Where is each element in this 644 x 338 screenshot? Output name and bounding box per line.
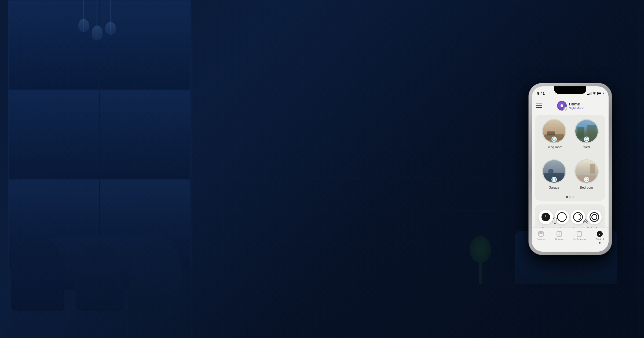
wifi-icon	[592, 92, 596, 95]
svg-rect-0	[539, 232, 543, 236]
room-circle-living	[542, 119, 566, 143]
header-titles: Home Night Mode	[569, 102, 584, 110]
devices-tab-icon	[538, 231, 544, 237]
window-bg	[8, 0, 191, 268]
tab-notifications[interactable]: Notifications	[573, 231, 586, 241]
chair-1	[11, 236, 64, 311]
mode-label: Night Mode	[569, 106, 584, 110]
tab-bar: Devices Rooms	[532, 227, 609, 252]
chair-2	[75, 241, 123, 311]
chair-3	[129, 236, 182, 317]
room-item-yard[interactable]: Yard	[572, 119, 601, 149]
tab-devices[interactable]: Devices	[537, 231, 545, 241]
phone-notch	[554, 86, 586, 94]
active-dot	[599, 242, 601, 244]
avatar	[557, 101, 567, 111]
tab-rooms-label: Rooms	[555, 238, 563, 241]
ceiling-light-2	[97, 0, 97, 40]
menu-button[interactable]	[536, 104, 542, 108]
living-room-status	[551, 137, 557, 142]
app-header: Home Night Mode	[532, 98, 609, 113]
yard-status	[584, 137, 589, 142]
room-item-living-room[interactable]: Living room	[539, 119, 569, 149]
ceiling-light-1	[83, 0, 84, 32]
tab-notifications-label: Notifications	[573, 238, 586, 241]
tab-control-label: Control	[596, 238, 604, 241]
status-icons	[587, 92, 603, 95]
room-circle-yard	[575, 119, 599, 143]
scroll-up-icon[interactable]	[581, 217, 589, 225]
home-info: Home Night Mode	[557, 101, 584, 111]
ceiling-light-3	[110, 0, 111, 35]
rooms-tab-icon	[556, 231, 562, 237]
tab-devices-label: Devices	[537, 238, 545, 241]
room-name-bedroom: Bedroom	[580, 186, 593, 189]
bottom-area	[532, 217, 609, 225]
bedroom-status	[584, 177, 589, 182]
home-name: Home	[569, 102, 584, 106]
control-tab-icon	[597, 231, 603, 237]
pagination-dot-2	[569, 196, 571, 198]
bell-icon[interactable]	[551, 217, 558, 225]
pagination-dot-1	[566, 196, 568, 198]
tab-rooms[interactable]: Rooms	[555, 231, 563, 241]
pagination-dot-3	[573, 196, 575, 198]
pagination	[566, 196, 575, 198]
plant	[464, 231, 496, 284]
room-item-garage[interactable]: Garage	[539, 159, 569, 189]
garage-status	[551, 177, 557, 182]
room-circle-garage	[542, 159, 566, 183]
room-circle-bedroom	[575, 159, 599, 183]
signal-icon	[587, 92, 592, 95]
svg-rect-1	[539, 232, 543, 234]
phone-screen: 9:41	[532, 86, 609, 252]
room-name-garage: Garage	[548, 186, 559, 189]
room-name-living: Living room	[546, 145, 562, 149]
tab-control[interactable]: Control	[596, 231, 604, 244]
rooms-card: Living room Yard	[535, 115, 605, 201]
notifications-tab-icon	[577, 231, 582, 237]
room-item-bedroom[interactable]: Bedroom	[572, 159, 601, 189]
status-time: 9:41	[537, 91, 545, 95]
phone-frame: 9:41	[529, 83, 612, 255]
battery-icon	[597, 92, 603, 95]
phone-device: 9:41	[529, 83, 612, 255]
room-name-yard: Yard	[583, 145, 590, 149]
